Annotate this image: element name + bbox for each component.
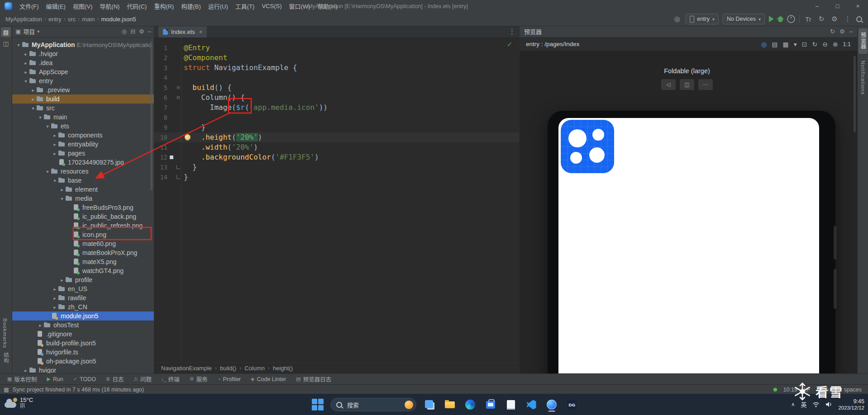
chevron-icon[interactable]: ▾ xyxy=(30,106,36,111)
tree-item-1702344909275.jpg[interactable]: 1702344909275.jpg xyxy=(12,158,154,167)
tool-stripe-tab-Bookmarks[interactable]: Bookmarks xyxy=(2,318,8,349)
code-line[interactable]: 2@Component xyxy=(154,53,519,63)
project-panel-title[interactable]: 项目 xyxy=(23,27,35,36)
frame-icon[interactable]: ⊡ xyxy=(802,41,807,48)
weather-widget[interactable]: 15°C 阴 xyxy=(5,396,33,409)
tree-item-oh-package.json5[interactable]: oh-package.json5 xyxy=(12,357,154,366)
refresh-icon[interactable]: ↻ xyxy=(830,28,835,35)
tool-window-button-日志[interactable]: ≣日志 xyxy=(106,375,124,383)
tree-item-hvigorfile.ts[interactable]: hvigorfile.ts xyxy=(12,348,154,357)
tree-item-components[interactable]: ▸components xyxy=(12,131,154,140)
chevron-icon[interactable]: ▸ xyxy=(23,368,29,373)
intention-bulb-icon[interactable] xyxy=(185,134,191,140)
chevron-icon[interactable]: ▾ xyxy=(59,196,65,201)
hide-icon[interactable]: – xyxy=(148,28,151,35)
tool-window-button-问题[interactable]: ⚠问题 xyxy=(134,375,152,383)
tree-item-pages[interactable]: ▸pages xyxy=(12,149,154,158)
fold-marker-icon[interactable] xyxy=(175,162,182,172)
fold-marker-icon[interactable] xyxy=(175,172,182,182)
chevron-icon[interactable]: ▾ xyxy=(37,115,43,120)
breadcrumb-item[interactable]: entry xyxy=(48,16,62,23)
tree-scrollbar[interactable] xyxy=(150,41,153,190)
editor-breadcrumb-item[interactable]: build() xyxy=(220,365,236,372)
chevron-icon[interactable]: ▸ xyxy=(52,296,58,301)
chevron-icon[interactable]: ▸ xyxy=(52,133,58,138)
hidden-icons-chevron[interactable]: ∧ xyxy=(791,401,795,407)
code-line[interactable]: 8 xyxy=(154,113,519,123)
chevron-icon[interactable]: ▸ xyxy=(59,187,65,192)
hide-icon[interactable]: – xyxy=(849,28,853,35)
chevron-icon[interactable]: ▸ xyxy=(52,287,58,292)
tree-item-.idea[interactable]: ▸.idea xyxy=(12,58,154,67)
zoom-out-icon[interactable]: ⊖ xyxy=(822,41,828,48)
tool-stripe-tab-结构[interactable]: 结构 xyxy=(2,352,10,363)
tree-item-zh_CN[interactable]: ▸zh_CN xyxy=(12,302,154,311)
chevron-icon[interactable]: ▸ xyxy=(30,88,36,93)
chevron-icon[interactable]: ▾ xyxy=(44,169,51,174)
tree-item-entry[interactable]: ▾entry xyxy=(12,76,154,85)
code-line[interactable]: 11 .width('20%') xyxy=(154,142,519,152)
fold-marker-icon[interactable]: ⊟ xyxy=(175,83,182,93)
tree-item-element[interactable]: ▸element xyxy=(12,185,154,194)
code-line[interactable]: 10 .height('20%') xyxy=(154,132,519,142)
inspect-icon[interactable]: ◎ xyxy=(761,41,767,48)
minimize-button[interactable]: – xyxy=(807,0,827,12)
tree-item-mate60.png[interactable]: mate60.png xyxy=(12,239,154,248)
close-tab-icon[interactable]: × xyxy=(199,28,203,35)
tree-item-entryability[interactable]: ▸entryability xyxy=(12,140,154,149)
breadcrumb-item[interactable]: main xyxy=(82,16,95,23)
chevron-icon[interactable]: ▾ xyxy=(23,79,29,84)
menu-item[interactable]: 工具(T) xyxy=(232,0,258,12)
tree-item-en_US[interactable]: ▸en_US xyxy=(12,284,154,293)
tool-window-button-预览器日志[interactable]: ▤预览器日志 xyxy=(296,375,331,383)
notes-icon[interactable] xyxy=(504,397,518,412)
chevron-icon[interactable]: ▾ xyxy=(52,178,58,183)
tree-item-icon.png[interactable]: icon.png xyxy=(12,230,154,239)
grid-icon[interactable]: ▦ xyxy=(782,41,788,48)
tree-item-profile[interactable]: ▸profile xyxy=(12,275,154,284)
tree-item-.hvigor[interactable]: ▸.hvigor xyxy=(12,49,154,58)
tool-windows-icon[interactable]: ▦ xyxy=(4,386,9,393)
tree-item-.preview[interactable]: ▸.preview xyxy=(12,85,154,94)
profile-button[interactable] xyxy=(787,15,795,23)
more-button[interactable]: ⋯ xyxy=(698,79,713,90)
tool-stripe-tab-Notifications[interactable]: Notifications xyxy=(859,57,867,99)
tool-window-button-终端[interactable]: ›_终端 xyxy=(162,375,180,383)
settings-icon[interactable]: ⚙ xyxy=(839,28,845,35)
rotate-icon[interactable]: ↻ xyxy=(812,41,817,48)
more-vertical-icon[interactable]: ⋮ xyxy=(509,28,515,36)
tool-stripe-icon[interactable]: ◫ xyxy=(1,38,11,48)
chevron-icon[interactable]: ▸ xyxy=(37,323,43,328)
editor-breadcrumb-item[interactable]: height() xyxy=(273,365,293,372)
tree-item-freeBudsPro3.png[interactable]: freeBudsPro3.png xyxy=(12,203,154,212)
menu-item[interactable]: 重构(R) xyxy=(150,0,177,12)
menu-item[interactable]: 编辑(E) xyxy=(43,0,69,12)
code-line[interactable]: 7 Image($r('app.media.icon')) xyxy=(154,103,519,113)
tree-item-ic_public_back.png[interactable]: ic_public_back.png xyxy=(12,212,154,221)
tool-stripe-icon[interactable]: ▤ xyxy=(1,27,11,37)
settings-icon[interactable]: ⚙ xyxy=(830,15,839,23)
tree-item-resources[interactable]: ▾resources xyxy=(12,167,154,176)
store-icon[interactable] xyxy=(484,397,497,412)
breadcrumb-item[interactable]: src xyxy=(68,16,76,23)
device-screen[interactable] xyxy=(558,118,819,373)
back-button[interactable]: ◁ xyxy=(661,79,676,90)
chevron-icon[interactable]: ▸ xyxy=(52,151,58,156)
taskbar-search[interactable]: 搜索 xyxy=(330,398,416,411)
tree-item-mateX5.png[interactable]: mateX5.png xyxy=(12,257,154,266)
code-line[interactable]: 12 .backgroundColor('#F1F3F5') xyxy=(154,152,519,162)
settings-icon[interactable]: ⚙ xyxy=(139,28,144,35)
tool-window-button-Code Linter[interactable]: ◈Code Linter xyxy=(251,376,286,382)
menu-item[interactable]: 构建(B) xyxy=(177,0,204,12)
code-line[interactable]: 3struct NavigationExample { xyxy=(154,63,519,73)
split-screen-button[interactable]: ◫ xyxy=(680,79,694,90)
code-line[interactable]: 5⊟ build() { xyxy=(154,83,519,93)
edge-icon[interactable] xyxy=(463,397,477,412)
preview-mode-icon[interactable]: ◎ xyxy=(672,15,682,23)
code-line[interactable]: 9 } xyxy=(154,123,519,132)
menu-item[interactable]: 视图(V) xyxy=(69,0,96,12)
tree-item-src[interactable]: ▾src xyxy=(12,104,154,113)
chevron-icon[interactable]: ▸ xyxy=(59,278,65,283)
tree-item-ic_public_refresh.png[interactable]: ic_public_refresh.png xyxy=(12,221,154,230)
tool-window-button-版本控制[interactable]: ▦版本控制 xyxy=(7,375,37,383)
